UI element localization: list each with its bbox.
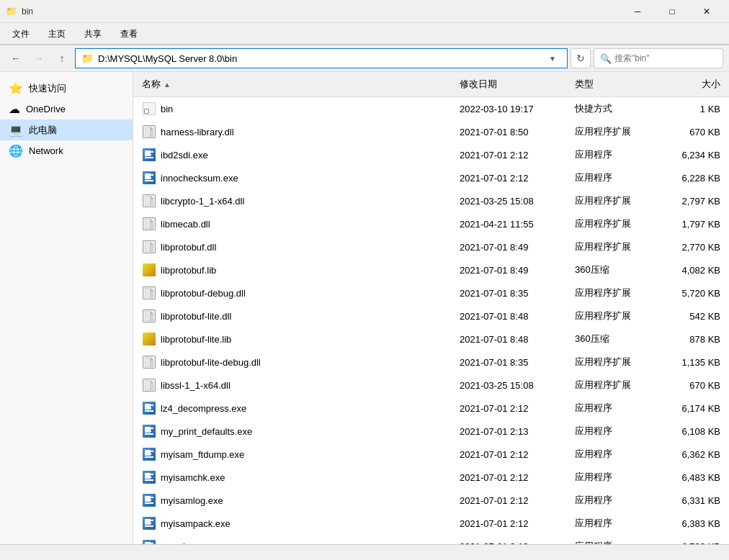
file-type-cell: 应用程序扩展 (572, 214, 658, 233)
address-bar[interactable]: 📁 D:\MYSQL\MySQL Server 8.0\bin ▼ (75, 48, 568, 68)
file-size: 6,331 KB (682, 495, 721, 506)
file-date-cell: 2021-07-01 2:12 (457, 400, 572, 417)
network-icon: 🌐 (9, 144, 23, 158)
file-date-cell: 2022-03-10 19:17 (457, 101, 572, 117)
file-name: ibd2sdi.exe (161, 150, 208, 161)
refresh-button[interactable]: ↻ (571, 48, 591, 68)
sidebar-label-quick-access: 快速访问 (29, 82, 66, 95)
table-row[interactable]: innochecksum.exe 2021-07-01 2:12 应用程序 6,… (133, 166, 729, 189)
minimize-button[interactable]: ─ (621, 0, 654, 23)
file-name: myisam_ftdump.exe (161, 449, 244, 460)
table-row[interactable]: mysql.exe 2021-07-01 2:12 应用程序 6,798 KB (133, 535, 729, 544)
sidebar-item-this-pc[interactable]: 💻 此电脑 (0, 119, 133, 140)
tab-file[interactable]: 文件 (3, 23, 39, 45)
file-date: 2021-07-01 2:12 (460, 150, 528, 161)
table-row[interactable]: libprotobuf.lib 2021-07-01 8:49 360压缩 4,… (133, 258, 729, 281)
table-row[interactable]: my_print_defaults.exe 2021-07-01 2:13 应用… (133, 420, 729, 443)
svg-rect-12 (145, 219, 151, 229)
up-button[interactable]: ↑ (52, 48, 72, 68)
file-type: 360压缩 (575, 333, 609, 346)
file-type: 应用程序 (575, 402, 612, 415)
svg-rect-21 (145, 311, 151, 321)
search-input[interactable] (614, 53, 723, 63)
col-header-type[interactable]: 类型 (572, 75, 658, 94)
col-header-name[interactable]: 名称 ▲ (139, 75, 457, 94)
table-row[interactable]: libmecab.dll 2021-04-21 11:55 应用程序扩展 1,7… (133, 212, 729, 235)
svg-marker-28 (151, 380, 153, 383)
maximize-button[interactable]: □ (656, 0, 689, 23)
file-name-cell: libprotobuf-lite.dll (139, 306, 457, 326)
file-icon (142, 424, 156, 438)
svg-rect-46 (145, 523, 151, 524)
file-type: 应用程序扩展 (575, 310, 631, 322)
sidebar-item-network[interactable]: 🌐 Network (0, 140, 133, 161)
svg-rect-23 (151, 314, 153, 321)
file-icon (142, 332, 156, 346)
file-size-cell: 2,770 KB (658, 239, 723, 256)
sidebar-item-onedrive[interactable]: ☁ OneDrive (0, 99, 133, 119)
table-row[interactable]: libprotobuf-debug.dll 2021-07-01 8:35 应用… (133, 281, 729, 304)
search-box[interactable]: 🔍 (594, 48, 723, 68)
file-date: 2022-03-10 19:17 (460, 104, 534, 114)
address-dropdown-button[interactable]: ▼ (544, 49, 561, 68)
tab-view[interactable]: 查看 (111, 23, 147, 45)
sidebar-item-quick-access[interactable]: ⭐ 快速访问 (0, 78, 133, 99)
forward-button[interactable]: → (29, 48, 49, 68)
file-name-cell: innochecksum.exe (139, 168, 457, 188)
file-type: 360压缩 (575, 263, 609, 276)
file-size-cell: 6,108 KB (658, 423, 723, 440)
tab-home[interactable]: 主页 (39, 23, 75, 45)
file-date-cell: 2021-07-01 2:13 (457, 423, 572, 440)
table-row[interactable]: harness-library.dll 2021-07-01 8:50 应用程序… (133, 120, 729, 143)
file-icon (142, 493, 156, 507)
table-row[interactable]: myisamlog.exe 2021-07-01 2:12 应用程序 6,331… (133, 489, 729, 512)
svg-rect-32 (145, 410, 153, 412)
table-row[interactable]: ibd2sdi.exe 2021-07-01 2:12 应用程序 6,234 K… (133, 143, 729, 166)
table-row[interactable]: libssl-1_1-x64.dll 2021-03-25 15:08 应用程序… (133, 374, 729, 397)
file-icon (142, 286, 156, 300)
svg-rect-36 (145, 451, 153, 452)
file-date-cell: 2021-07-01 8:49 (457, 262, 572, 279)
table-row[interactable]: myisampack.exe 2021-07-01 2:12 应用程序 6,38… (133, 512, 729, 535)
table-row[interactable]: libprotobuf-lite.lib 2021-07-01 8:48 360… (133, 328, 729, 351)
file-date-cell: 2021-07-01 2:12 (457, 147, 572, 163)
file-size-cell: 6,362 KB (658, 446, 723, 463)
file-type: 应用程序 (575, 448, 612, 461)
svg-rect-9 (145, 196, 151, 206)
table-row[interactable]: libprotobuf-lite.dll 2021-07-01 8:48 应用程… (133, 304, 729, 328)
file-name-cell: libprotobuf-lite-debug.dll (139, 352, 457, 372)
back-button[interactable]: ← (6, 48, 26, 68)
file-icon (142, 447, 156, 461)
table-row[interactable]: bin 2022-03-10 19:17 快捷方式 1 KB (133, 97, 729, 120)
file-name: libssl-1_1-x64.dll (161, 380, 231, 391)
file-size-cell: 4,082 KB (658, 262, 723, 279)
file-name-cell: libssl-1_1-x64.dll (139, 375, 457, 395)
tab-share[interactable]: 共享 (75, 23, 111, 45)
svg-marker-16 (151, 242, 153, 245)
table-row[interactable]: libprotobuf.dll 2021-07-01 8:49 应用程序扩展 2… (133, 235, 729, 258)
table-row[interactable]: libprotobuf-lite-debug.dll 2021-07-01 8:… (133, 351, 729, 374)
file-type-cell: 360压缩 (572, 261, 658, 279)
file-size-cell: 1,135 KB (658, 354, 723, 371)
file-type-cell: 应用程序扩展 (572, 238, 658, 256)
svg-rect-15 (145, 242, 151, 252)
svg-marker-19 (151, 288, 153, 291)
close-button[interactable]: ✕ (690, 0, 723, 23)
col-header-date[interactable]: 修改日期 (457, 75, 572, 94)
col-header-size[interactable]: 大小 (658, 75, 723, 94)
table-row[interactable]: myisam_ftdump.exe 2021-07-01 2:12 应用程序 6… (133, 443, 729, 466)
file-size: 4,082 KB (682, 265, 721, 276)
file-type: 应用程序扩展 (575, 240, 631, 253)
table-row[interactable]: libcrypto-1_1-x64.dll 2021-03-25 15:08 应… (133, 189, 729, 212)
file-size-cell: 6,228 KB (658, 170, 723, 186)
file-name-cell: ibd2sdi.exe (139, 145, 457, 165)
table-row[interactable]: myisamchk.exe 2021-07-01 2:12 应用程序 6,483… (133, 466, 729, 489)
svg-rect-20 (151, 291, 153, 298)
file-size-cell: 6,483 KB (658, 469, 723, 486)
sidebar-label-network: Network (29, 145, 63, 156)
sort-arrow-name: ▲ (164, 81, 171, 89)
file-name: lz4_decompress.exe (161, 403, 246, 414)
file-name-cell: libprotobuf.lib (139, 260, 457, 280)
table-row[interactable]: lz4_decompress.exe 2021-07-01 2:12 应用程序 … (133, 397, 729, 420)
file-date-cell: 2021-03-25 15:08 (457, 377, 572, 394)
